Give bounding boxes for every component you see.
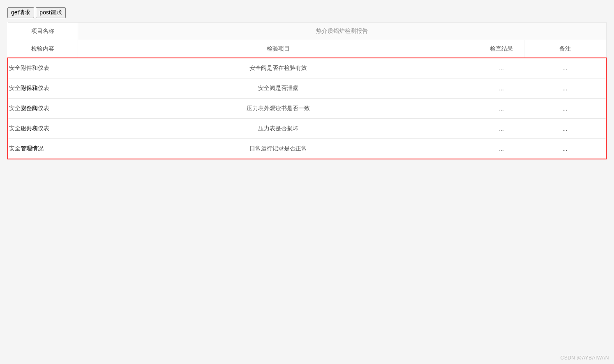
cell-note: ... (524, 119, 606, 139)
table-row: 安全附件和仪表 附保箱 安全阀是否泄露 ... ... (8, 78, 606, 99)
get-request-button[interactable]: get请求 (7, 7, 34, 18)
cell-result: ... (479, 99, 524, 119)
cell-result: ... (479, 78, 524, 99)
button-row: get请求 post请求 (7, 7, 607, 18)
cell-item: 日常运行记录是否正常 (78, 139, 479, 159)
column-header-row: 检验内容 检验项目 检查结果 备注 (8, 40, 606, 58)
content-overlay-text: 附保箱 (21, 85, 38, 92)
content-overlay-text: 管理情 (21, 145, 38, 152)
cell-item: 压力表外观读书是否一致 (78, 99, 479, 119)
project-value: 热介质锅炉检测报告 (78, 23, 606, 40)
data-section: 安全附件和仪表 安全阀是否在检验有效 ... ... 安全附件和仪表 附保箱 安… (8, 58, 606, 159)
page-container: get请求 post请求 项目名称 热介质锅炉检测报告 检验内容 检验项目 检查… (0, 0, 614, 167)
content-overlay-text: 压力表 (21, 125, 38, 132)
table-row: 安全管理情况 管理情 日常运行记录是否正常 ... ... (8, 139, 606, 159)
content-overlay-text: 安全阀 (21, 105, 38, 112)
cell-result: ... (479, 119, 524, 139)
cell-result: ... (479, 58, 524, 78)
table-row: 安全附件和仪表 安全阀 压力表外观读书是否一致 ... ... (8, 99, 606, 119)
cell-content: 安全附件和仪表 (8, 58, 78, 78)
cell-content: 安全附件和仪表 压力表 (8, 119, 78, 139)
col-header-result: 检查结果 (479, 40, 524, 58)
project-name-label: 项目名称 (8, 23, 78, 40)
cell-note: ... (524, 99, 606, 119)
cell-note: ... (524, 58, 606, 78)
table-row: 安全附件和仪表 压力表 压力表是否损坏 ... ... (8, 119, 606, 139)
col-header-note: 备注 (524, 40, 606, 58)
report-table: 项目名称 热介质锅炉检测报告 检验内容 检验项目 检查结果 备注 安全附件和仪表… (7, 22, 607, 159)
cell-item: 压力表是否损坏 (78, 119, 479, 139)
post-request-button[interactable]: post请求 (36, 7, 65, 18)
cell-note: ... (524, 78, 606, 99)
col-header-item: 检验项目 (78, 40, 479, 58)
table-row: 安全附件和仪表 安全阀是否在检验有效 ... ... (8, 58, 606, 78)
col-header-content: 检验内容 (8, 40, 78, 58)
cell-content: 安全附件和仪表 附保箱 (8, 78, 78, 99)
cell-content: 安全附件和仪表 安全阀 (8, 99, 78, 119)
cell-note: ... (524, 139, 606, 159)
cell-result: ... (479, 139, 524, 159)
cell-item: 安全阀是否泄露 (78, 78, 479, 99)
cell-content: 安全管理情况 管理情 (8, 139, 78, 159)
project-header-row: 项目名称 热介质锅炉检测报告 (8, 23, 606, 40)
content-text: 安全附件和仪表 (9, 65, 49, 71)
cell-item: 安全阀是否在检验有效 (78, 58, 479, 78)
